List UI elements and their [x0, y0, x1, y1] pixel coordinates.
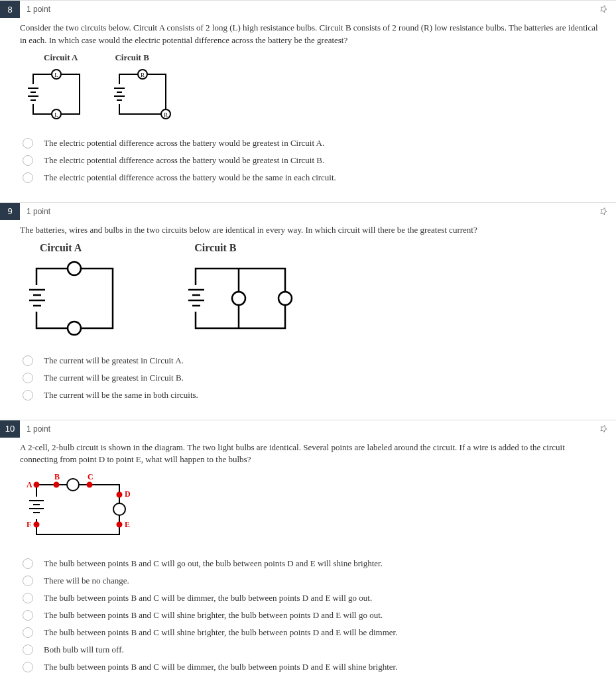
- question-header: 10 1 point: [0, 420, 616, 438]
- option[interactable]: Both bulb will turn off.: [23, 641, 616, 658]
- radio-icon[interactable]: [23, 662, 33, 672]
- radio-icon[interactable]: [23, 390, 33, 401]
- option-text: The bulb between points B and C will be …: [44, 593, 372, 603]
- option-text: The electric potential difference across…: [44, 155, 324, 166]
- radio-icon[interactable]: [23, 138, 33, 149]
- option[interactable]: The bulb between points B and C will be …: [23, 658, 616, 676]
- svg-point-41: [54, 482, 60, 488]
- radio-icon[interactable]: [23, 576, 33, 586]
- option-text: The bulb between points B and C will be …: [44, 662, 397, 672]
- question-prompt: Consider the two circuits below. Circuit…: [0, 18, 616, 50]
- pin-icon[interactable]: [599, 207, 608, 219]
- node-a-label: A: [27, 480, 32, 489]
- radio-icon[interactable]: [23, 373, 33, 383]
- radio-icon[interactable]: [23, 627, 33, 638]
- pin-icon[interactable]: [599, 5, 608, 17]
- option[interactable]: The electric potential difference across…: [23, 169, 616, 186]
- svg-point-45: [34, 522, 40, 528]
- circuit-diagrams: A B C D E F: [0, 469, 616, 551]
- option[interactable]: The bulb between points B and C will be …: [23, 589, 616, 607]
- option[interactable]: The bulb between points B and C will shi…: [23, 624, 616, 641]
- option-text: The bulb between points B and C will go …: [44, 558, 383, 569]
- option[interactable]: The electric potential difference across…: [23, 135, 616, 152]
- option[interactable]: The current will be the same in both cir…: [23, 387, 616, 404]
- node-c-label: C: [88, 472, 93, 481]
- circuit-10-svg: A B C D E F: [20, 471, 146, 544]
- option-text: The electric potential difference across…: [44, 138, 324, 149]
- radio-icon[interactable]: [23, 172, 33, 183]
- radio-icon[interactable]: [23, 155, 33, 166]
- svg-point-42: [87, 482, 93, 488]
- svg-point-27: [278, 292, 292, 305]
- question-points: 1 point: [27, 424, 50, 434]
- circuit-a-label: Circuit A: [40, 242, 82, 254]
- svg-point-40: [34, 482, 40, 488]
- circuit-diagrams: Circuit A Circuit B: [0, 239, 616, 348]
- question-number: 9: [0, 203, 20, 220]
- option[interactable]: The current will be greatest in Circuit …: [23, 352, 616, 369]
- option-text: Both bulb will turn off.: [44, 645, 124, 655]
- question-8: 8 1 point Consider the two circuits belo…: [0, 0, 616, 198]
- question-prompt: A 2-cell, 2-bulb circuit is shown in the…: [0, 438, 616, 469]
- node-f-label: F: [27, 520, 31, 529]
- option-text: The bulb between points B and C will shi…: [44, 627, 397, 638]
- svg-text:R: R: [164, 111, 168, 118]
- option[interactable]: The electric potential difference across…: [23, 152, 616, 169]
- radio-icon[interactable]: [23, 355, 33, 366]
- question-points: 1 point: [27, 5, 50, 14]
- options-list: The bulb between points B and C will go …: [0, 551, 616, 676]
- question-header: 8 1 point: [0, 1, 616, 18]
- circuit-8-svg: L L R R: [20, 64, 192, 124]
- question-9: 9 1 point The batteries, wires and bulbs…: [0, 202, 616, 416]
- option-text: The current will be the same in both cir…: [44, 390, 198, 401]
- options-list: The electric potential difference across…: [0, 131, 616, 186]
- option-text: The bulb between points B and C will shi…: [44, 610, 383, 621]
- option[interactable]: The current will be greatest in Circuit …: [23, 369, 616, 387]
- node-d-label: D: [125, 489, 131, 499]
- option[interactable]: There will be no change.: [23, 572, 616, 589]
- circuit-b-label: Circuit B: [194, 242, 236, 254]
- svg-point-44: [117, 522, 123, 528]
- question-number: 10: [0, 420, 20, 438]
- svg-point-18: [68, 262, 81, 275]
- question-header: 9 1 point: [0, 203, 616, 220]
- option[interactable]: The bulb between points B and C will shi…: [23, 607, 616, 624]
- question-points: 1 point: [27, 207, 50, 216]
- circuit-a-label: Circuit A: [44, 52, 78, 63]
- node-e-label: E: [125, 520, 130, 529]
- radio-icon[interactable]: [23, 558, 33, 569]
- svg-point-19: [68, 322, 81, 335]
- svg-text:L: L: [54, 111, 58, 118]
- svg-point-33: [67, 479, 79, 491]
- option-text: There will be no change.: [44, 576, 129, 586]
- question-number: 8: [0, 1, 20, 18]
- question-prompt: The batteries, wires and bulbs in the tw…: [0, 220, 616, 239]
- radio-icon[interactable]: [23, 593, 33, 603]
- radio-icon[interactable]: [23, 610, 33, 621]
- options-list: The current will be greatest in Circuit …: [0, 348, 616, 404]
- svg-text:L: L: [54, 72, 58, 78]
- svg-point-43: [117, 492, 123, 498]
- option-text: The current will be greatest in Circuit …: [44, 373, 184, 383]
- svg-rect-13: [116, 84, 124, 104]
- svg-text:R: R: [141, 72, 145, 78]
- option[interactable]: The bulb between points B and C will go …: [23, 555, 616, 572]
- pin-icon[interactable]: [599, 424, 608, 436]
- question-10: 10 1 point A 2-cell, 2-bulb circuit is s…: [0, 420, 616, 679]
- option-text: The current will be greatest in Circuit …: [44, 355, 184, 366]
- svg-point-34: [113, 503, 125, 515]
- circuit-diagrams: Circuit A Circuit B L L R: [0, 50, 616, 131]
- svg-rect-4: [30, 84, 38, 104]
- svg-point-26: [232, 292, 245, 305]
- circuit-b-label: Circuit B: [115, 52, 149, 63]
- node-b-label: B: [54, 472, 60, 481]
- radio-icon[interactable]: [23, 645, 33, 655]
- option-text: The electric potential difference across…: [44, 172, 336, 183]
- circuit-9-svg: [20, 255, 312, 341]
